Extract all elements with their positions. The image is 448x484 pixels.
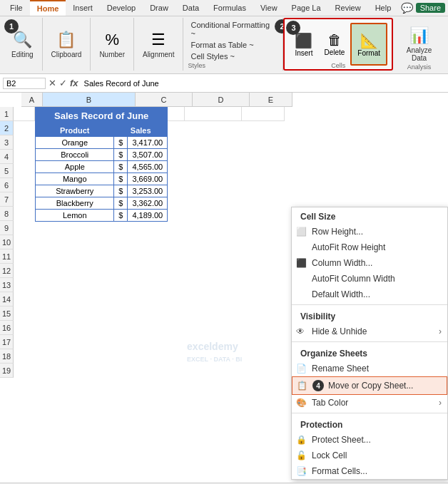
tab-data[interactable]: Data <box>175 1 206 15</box>
protect-sheet-item[interactable]: 🔒 Protect Sheet... <box>292 432 447 448</box>
col-header-d[interactable]: D <box>193 93 250 107</box>
cell-amt-0[interactable]: 3,417.00 <box>128 137 168 149</box>
tab-home[interactable]: Home <box>30 0 66 16</box>
cell-reference-input[interactable] <box>3 78 46 89</box>
table-title-row: Sales Record of June <box>36 108 168 125</box>
column-width-item[interactable]: ⬛ Column Width... <box>292 255 447 271</box>
cell-product-0[interactable]: Orange <box>36 137 114 149</box>
format-as-table-button[interactable]: Format as Table ~ <box>188 39 256 51</box>
cell-curr-4[interactable]: $ <box>114 185 128 197</box>
cell-e1[interactable] <box>242 107 285 121</box>
insert-function-icon[interactable]: fx <box>70 78 78 88</box>
cell-curr-5[interactable]: $ <box>114 197 128 210</box>
row-header-4[interactable]: 4 <box>0 150 14 164</box>
row-header-13[interactable]: 13 <box>0 278 14 292</box>
cell-amt-3[interactable]: 3,669.00 <box>128 173 168 185</box>
row-header-6[interactable]: 6 <box>0 178 14 192</box>
tab-review[interactable]: Review <box>328 1 368 15</box>
cell-amt-2[interactable]: 4,565.00 <box>128 161 168 173</box>
col-header-c[interactable]: C <box>136 93 193 107</box>
tab-help[interactable]: Help <box>368 1 399 15</box>
tab-view[interactable]: View <box>253 1 285 15</box>
header-product: Product <box>36 125 114 137</box>
row-header-19[interactable]: 19 <box>0 364 14 378</box>
cell-product-5[interactable]: Blackberry <box>36 197 114 210</box>
comment-icon[interactable]: 💬 <box>401 2 413 14</box>
tab-pagela[interactable]: Page La <box>285 1 328 15</box>
row-header-12[interactable]: 12 <box>0 264 14 278</box>
row-height-item[interactable]: ⬜ Row Height... <box>292 224 447 240</box>
clipboard-button[interactable]: 📋 Clipboard <box>47 23 86 66</box>
cancel-formula-icon[interactable]: ✕ <box>49 78 56 88</box>
row-header-8[interactable]: 8 <box>0 207 14 221</box>
row-header-11[interactable]: 11 <box>0 249 14 264</box>
hide-unhide-item[interactable]: 👁 Hide & Unhide <box>292 324 447 339</box>
hide-unhide-icon: 👁 <box>296 326 305 336</box>
cell-product-1[interactable]: Broccoli <box>36 149 114 161</box>
cell-curr-3[interactable]: $ <box>114 173 128 185</box>
col-header-e[interactable]: E <box>250 93 292 107</box>
divider-3 <box>292 413 447 413</box>
editing-icon: 🔍 <box>13 31 32 49</box>
conditional-formatting-button[interactable]: Conditional Formatting ~ <box>188 19 278 39</box>
formula-input[interactable]: Sales Record of June <box>81 78 445 88</box>
ribbon: File Home Insert Develop Draw Data Formu… <box>0 0 448 74</box>
tab-file[interactable]: File <box>3 1 30 15</box>
tab-formulas[interactable]: Formulas <box>206 1 253 15</box>
row-header-2[interactable]: 2 <box>0 121 14 135</box>
number-button[interactable]: % Number <box>95 23 129 66</box>
share-icon[interactable]: Share <box>416 3 445 13</box>
format-button[interactable]: 📐 Format <box>350 23 387 66</box>
confirm-formula-icon[interactable]: ✓ <box>59 78 67 88</box>
tab-color-item[interactable]: 🎨 Tab Color <box>292 395 447 411</box>
row-header-5[interactable]: 5 <box>0 164 14 178</box>
row-header-3[interactable]: 3 <box>0 135 14 150</box>
analyze-data-button[interactable]: 📊 Analyze Data <box>397 23 441 66</box>
move-copy-sheet-item[interactable]: 4 📋 Move or Copy Sheet... <box>292 376 447 395</box>
spreadsheet-wrapper: A B C D E 1 2 3 4 5 6 7 8 9 10 11 12 13 <box>0 93 448 483</box>
row-header-9[interactable]: 9 <box>0 221 14 235</box>
cell-curr-0[interactable]: $ <box>114 137 128 149</box>
row-header-15[interactable]: 15 <box>0 307 14 321</box>
table-row: Blackberry $ 3,362.00 <box>36 197 168 210</box>
table-row: Strawberry $ 3,253.00 <box>36 185 168 197</box>
default-width-item[interactable]: Default Width... <box>292 287 447 302</box>
row-header-17[interactable]: 17 <box>0 335 14 349</box>
format-dropdown-menu: Cell Size ⬜ Row Height... AutoFit Row He… <box>291 207 448 480</box>
delete-button[interactable]: 🗑 Delete <box>318 23 350 66</box>
row-header-18[interactable]: 18 <box>0 349 14 364</box>
row-header-16[interactable]: 16 <box>0 321 14 335</box>
format-cells-item[interactable]: 📑 Format Cells... <box>292 463 447 479</box>
col-header-b[interactable]: B <box>43 93 136 107</box>
cell-product-3[interactable]: Mango <box>36 173 114 185</box>
alignment-icon: ☰ <box>151 31 166 49</box>
row-header-7[interactable]: 7 <box>0 192 14 207</box>
tab-insert[interactable]: Insert <box>66 1 100 15</box>
col-header-a[interactable]: A <box>21 93 43 107</box>
cell-curr-1[interactable]: $ <box>114 149 128 161</box>
cell-curr-2[interactable]: $ <box>114 161 128 173</box>
cell-product-6[interactable]: Lemon <box>36 210 114 222</box>
tab-develop[interactable]: Develop <box>100 1 143 15</box>
autofit-col-item[interactable]: AutoFit Column Width <box>292 271 447 287</box>
cell-amt-4[interactable]: 3,253.00 <box>128 185 168 197</box>
cell-area: // rows rendered via inline JS below Sal… <box>14 107 285 378</box>
cell-d1[interactable] <box>185 107 242 121</box>
autofit-row-item[interactable]: AutoFit Row Height <box>292 240 447 255</box>
row-header-14[interactable]: 14 <box>0 292 14 307</box>
tab-draw[interactable]: Draw <box>143 1 175 15</box>
row-header-10[interactable]: 10 <box>0 235 14 249</box>
cell-amt-5[interactable]: 3,362.00 <box>128 197 168 210</box>
cell-product-2[interactable]: Apple <box>36 161 114 173</box>
visibility-header: Visibility <box>292 307 447 324</box>
lock-cell-item[interactable]: 🔓 Lock Cell <box>292 448 447 463</box>
cell-curr-6[interactable]: $ <box>114 210 128 222</box>
row-header-1[interactable]: 1 <box>0 107 14 121</box>
cell-product-4[interactable]: Strawberry <box>36 185 114 197</box>
alignment-button[interactable]: ☰ Alignment <box>138 23 178 66</box>
cell-amt-6[interactable]: 4,189.00 <box>128 210 168 222</box>
cell-a1[interactable] <box>14 107 35 121</box>
cell-styles-button[interactable]: Cell Styles ~ <box>188 51 237 62</box>
cell-amt-1[interactable]: 3,507.00 <box>128 149 168 161</box>
rename-sheet-item[interactable]: 📄 Rename Sheet <box>292 361 447 376</box>
